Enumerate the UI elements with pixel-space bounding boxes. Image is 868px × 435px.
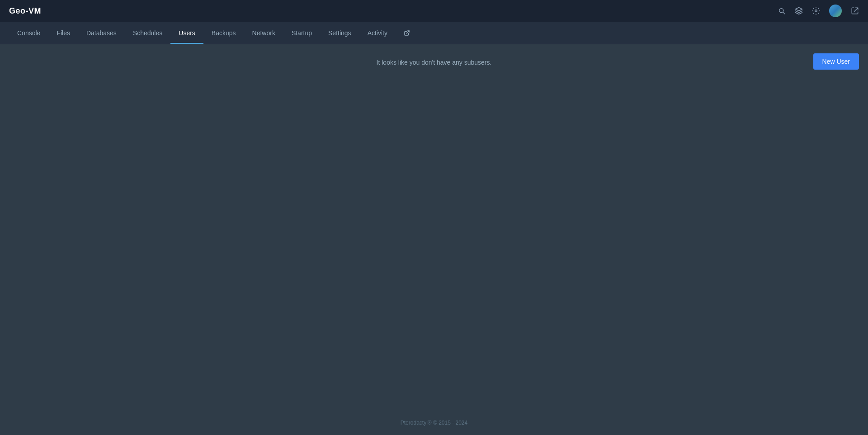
footer: Pterodactyl® © 2015 - 2024 <box>401 420 467 426</box>
external-link-icon[interactable] <box>851 7 859 15</box>
search-icon[interactable] <box>778 7 786 15</box>
tab-files[interactable]: Files <box>48 22 78 44</box>
tab-backups[interactable]: Backups <box>203 22 244 44</box>
tab-console[interactable]: Console <box>9 22 48 44</box>
avatar-icon[interactable] <box>829 5 842 17</box>
gear-icon[interactable] <box>812 7 820 15</box>
tab-network[interactable]: Network <box>244 22 283 44</box>
tab-external[interactable] <box>396 22 418 44</box>
tab-schedules[interactable]: Schedules <box>125 22 170 44</box>
header-icons <box>778 5 859 17</box>
app-title: Geo-VM <box>9 6 41 16</box>
tab-startup[interactable]: Startup <box>283 22 320 44</box>
tab-users[interactable]: Users <box>170 22 203 44</box>
layers-icon[interactable] <box>795 7 803 15</box>
tab-activity[interactable]: Activity <box>359 22 396 44</box>
new-user-button[interactable]: New User <box>813 53 859 70</box>
svg-point-0 <box>815 10 817 12</box>
tab-settings[interactable]: Settings <box>320 22 359 44</box>
empty-state-message: It looks like you don't have any subuser… <box>9 59 859 66</box>
header: Geo-VM <box>0 0 868 22</box>
tab-databases[interactable]: Databases <box>78 22 125 44</box>
navbar: Console Files Databases Schedules Users … <box>0 22 868 44</box>
footer-text: Pterodactyl® © 2015 - 2024 <box>401 420 467 426</box>
main-content: It looks like you don't have any subuser… <box>0 44 868 435</box>
